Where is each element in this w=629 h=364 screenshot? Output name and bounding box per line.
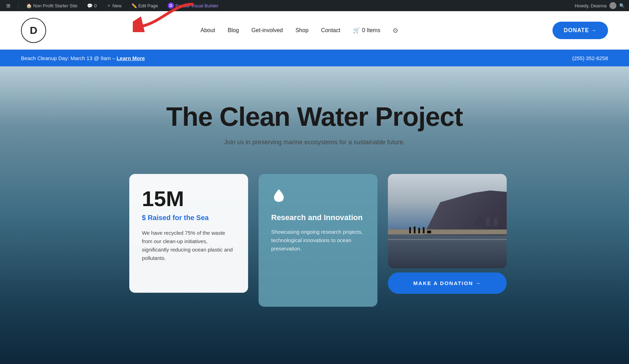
card-stat-number: 15M [142,188,236,210]
coastal-photo [388,174,507,268]
comments-count: 0 [94,3,96,8]
announcement-text: Beach Cleanup Day: March 13 @ 9am – Lear… [21,55,145,61]
cards-row: 15M $ Raised for the Sea We have recycle… [122,174,507,307]
nav-item-get-involved[interactable]: Get-involved [252,27,283,34]
nav-link-contact[interactable]: Contact [321,27,340,33]
nav-logo[interactable]: D [21,18,46,43]
visual-builder-link[interactable]: D Enable Visual Builder [166,0,220,11]
hillside [424,188,507,235]
nav-item-blog[interactable]: Blog [228,27,239,34]
comment-icon: 💬 [87,3,93,8]
main-nav: D About Blog Get-involved Shop Contact 🛒… [0,11,629,50]
announcement-message: Beach Cleanup Day: March 13 @ 9am – [21,55,115,61]
nav-link-blog[interactable]: Blog [228,27,239,33]
svg-rect-1 [275,199,283,201]
learn-more-link[interactable]: Learn More [117,55,145,61]
divi-icon: D [168,2,174,9]
nav-item-shop[interactable]: Shop [295,27,308,34]
edit-page-link[interactable]: ✏️ Edit Page [129,0,160,11]
site-name-link[interactable]: 🏠 Non Profit Starter Site [24,0,79,11]
house-icon: 🏠 [26,3,32,8]
logo-circle: D [21,18,46,43]
nav-cart[interactable]: 🛒 0 Items [353,27,380,34]
announcement-phone: (255) 352-6258 [572,55,608,61]
plus-icon: ＋ [107,2,111,9]
wp-logo[interactable]: ⊞ [4,0,13,11]
new-label: New [113,3,122,8]
card-photo: MAKE A DONATION → [388,174,507,294]
shore [388,230,507,234]
announcement-bar: Beach Cleanup Day: March 13 @ 9am – Lear… [0,50,629,66]
visual-builder-label: Enable Visual Builder [175,3,218,8]
cart-count: 0 Items [362,27,380,34]
nav-link-get-involved[interactable]: Get-involved [252,27,283,33]
nav-item-about[interactable]: About [201,27,215,34]
edit-page-label: Edit Page [138,3,158,8]
wordpress-icon: ⊞ [6,3,10,8]
card-stat: 15M $ Raised for the Sea We have recycle… [129,174,248,293]
hero-subtitle: Join us in preserving marine ecosystems … [224,139,405,146]
water [388,231,507,268]
card-research-description: Showcasing ongoing research projects, te… [271,228,365,253]
nav-search[interactable]: ⊙ [393,27,398,34]
nav-links: About Blog Get-involved Shop Contact 🛒 0… [201,27,398,34]
donate-button[interactable]: DONATE → [552,22,608,39]
card-research-title: Research and Innovation [271,213,365,222]
waves [388,239,507,240]
card-stat-label: $ Raised for the Sea [142,214,236,222]
divider [18,2,19,9]
cart-icon: 🛒 [353,27,360,34]
pencil-icon: ✏️ [131,3,137,8]
coastal-scene [388,174,507,268]
hero-title: The Clean Water Project [166,101,463,132]
card-research: Research and Innovation Showcasing ongoi… [259,174,377,307]
nav-right: DONATE → [552,22,608,39]
search-icon[interactable]: ⊙ [393,27,398,34]
make-donation-button[interactable]: MAKE A DONATION → [388,272,507,294]
water-drop-icon [271,188,365,207]
nav-link-about[interactable]: About [201,27,215,33]
comments-link[interactable]: 💬 0 [85,0,99,11]
nav-item-contact[interactable]: Contact [321,27,340,34]
howdy-label: Howdy, Deanna [574,3,607,8]
logo-letter: D [30,24,37,36]
site-name-label: Non Profit Starter Site [33,3,77,8]
hero-section: The Clean Water Project Join us in prese… [0,66,629,364]
card-stat-description: We have recycled 75% of the waste from o… [142,229,236,262]
admin-bar-right: Howdy, Deanna 🔍 [574,2,625,9]
new-content-link[interactable]: ＋ New [104,0,124,11]
admin-avatar [609,2,616,9]
nav-link-shop[interactable]: Shop [295,27,308,33]
search-icon[interactable]: 🔍 [619,3,625,8]
admin-bar: ⊞ 🏠 Non Profit Starter Site 💬 0 ＋ New ✏️… [0,0,629,11]
